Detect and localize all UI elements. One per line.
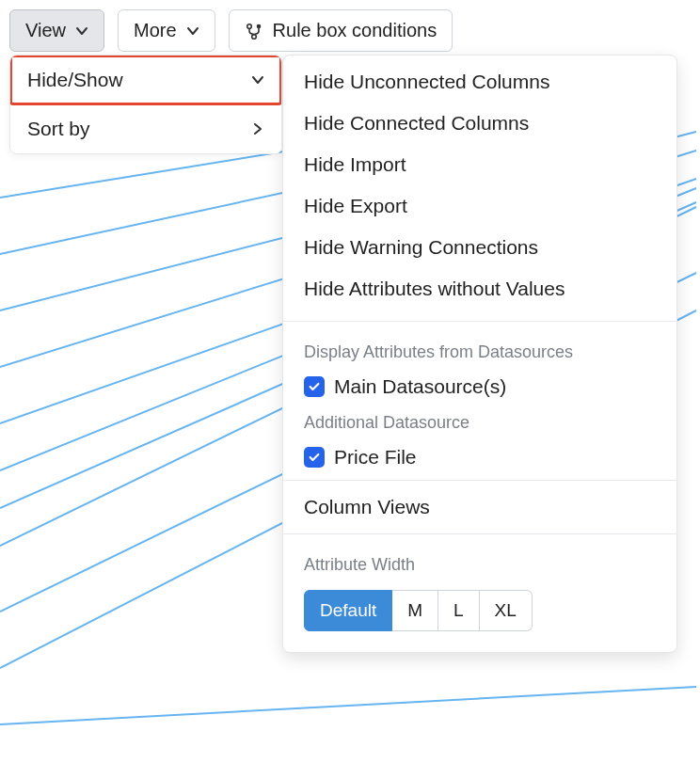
main-datasource-label: Main Datasource(s) [334,375,506,398]
chevron-right-icon [251,122,264,135]
chevron-down-icon [186,24,199,38]
toolbar: View More Rule box conditions [0,0,700,61]
chevron-down-icon [251,73,264,87]
rule-box-conditions-button[interactable]: Rule box conditions [229,9,453,52]
menu-item-hide-show[interactable]: Hide/Show [10,56,281,104]
divider [283,533,676,534]
checkbox-main-datasource[interactable]: Main Datasource(s) [283,370,676,404]
divider [283,480,676,481]
more-label: More [134,20,177,41]
menu-item-sort-by[interactable]: Sort by [10,104,281,153]
checkbox-checked-icon [304,447,325,468]
submenu-hide-unconnected-columns[interactable]: Hide Unconnected Columns [283,61,676,103]
divider [283,321,676,322]
rule-box-label: Rule box conditions [273,20,438,41]
submenu-hide-connected-columns[interactable]: Hide Connected Columns [283,103,676,144]
view-label: View [25,20,66,41]
submenu-hide-attributes-without-values[interactable]: Hide Attributes without Values [283,268,676,310]
view-dropdown-menu: Hide/Show Sort by [9,55,282,154]
width-option-m[interactable]: M [392,590,438,631]
more-button[interactable]: More [118,9,215,52]
checkbox-price-file[interactable]: Price File [283,440,676,474]
view-button[interactable]: View [9,9,104,52]
additional-datasource-heading: Additional Datasource [283,404,676,440]
width-option-default[interactable]: Default [304,590,392,631]
price-file-label: Price File [334,446,417,469]
submenu-hide-export[interactable]: Hide Export [283,185,676,227]
chevron-down-icon [75,24,88,38]
hide-show-submenu: Hide Unconnected Columns Hide Connected … [282,55,677,653]
submenu-column-views[interactable]: Column Views [283,486,676,528]
submenu-hide-warning-connections[interactable]: Hide Warning Connections [283,227,676,268]
attribute-width-heading: Attribute Width [283,540,676,582]
svg-point-13 [251,34,256,39]
attribute-width-group: Default M L XL [283,582,676,648]
checkbox-checked-icon [304,376,325,397]
sort-by-label: Sort by [27,118,90,140]
width-option-l[interactable]: L [438,590,480,631]
svg-point-11 [247,24,251,28]
submenu-hide-import[interactable]: Hide Import [283,144,676,185]
hide-show-label: Hide/Show [27,69,123,91]
svg-line-10 [0,687,696,724]
width-option-xl[interactable]: XL [480,590,533,631]
svg-point-12 [256,24,261,28]
branch-icon [245,22,263,40]
display-attributes-heading: Display Attributes from Datasources [283,327,676,370]
